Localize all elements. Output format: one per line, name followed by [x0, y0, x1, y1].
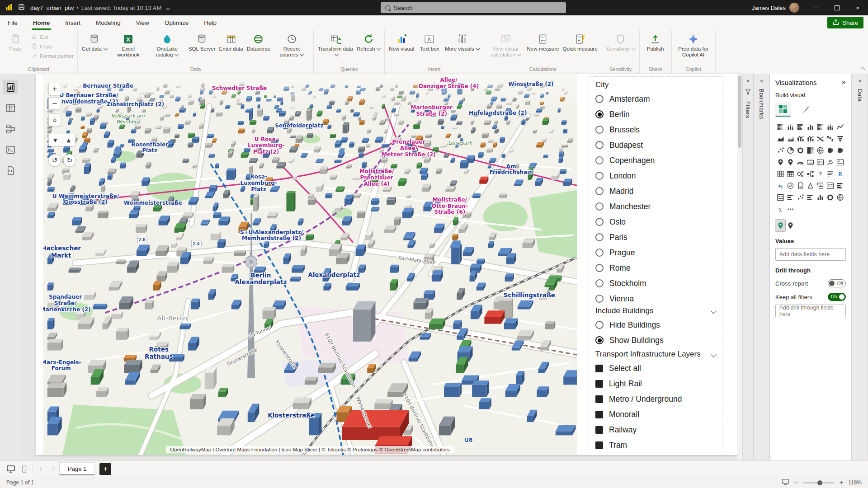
expand-bookmarks-icon[interactable]: «	[760, 77, 764, 84]
data-pane-collapsed[interactable]: « Data	[852, 74, 868, 460]
tab-optimize[interactable]: Optimize	[157, 15, 196, 30]
expand-filters-icon[interactable]: «	[746, 77, 750, 84]
visual-type-shape-map[interactable]	[835, 145, 845, 156]
save-icon[interactable]	[18, 4, 25, 12]
buildings-option-hide-buildings[interactable]: Hide Buildings	[595, 317, 722, 333]
visual-type-histogram[interactable]	[815, 192, 825, 203]
chevron-down-icon[interactable]	[711, 308, 717, 314]
map-rotate-left-button[interactable]: ↺	[48, 154, 61, 167]
new-visual-button[interactable]: New visual	[387, 31, 416, 53]
visual-type-stacked-area[interactable]	[785, 133, 795, 145]
visual-type-sum[interactable]: Σ	[775, 203, 785, 215]
visual-type-smart-narrative[interactable]	[825, 168, 835, 180]
visual-type-qa[interactable]: ?	[815, 168, 825, 180]
enter-data-button[interactable]: Enter data	[217, 31, 245, 53]
minimize-button[interactable]	[806, 0, 826, 15]
ribbon-collapse-chevron-icon[interactable]	[861, 67, 865, 72]
add-page-button[interactable]: +	[99, 463, 111, 475]
visual-type-100-stacked-bar[interactable]	[815, 121, 825, 133]
visual-type-map[interactable]	[815, 145, 825, 156]
visual-type-filled-map[interactable]	[825, 145, 835, 156]
visual-type-donut[interactable]	[795, 145, 805, 156]
transport-option-light-rail[interactable]: Light Rail	[595, 376, 722, 391]
expand-data-icon[interactable]: «	[858, 77, 862, 84]
tab-help[interactable]: Help	[196, 15, 224, 30]
share-button[interactable]: Share	[827, 17, 863, 28]
visual-type-sunburst[interactable]	[825, 192, 835, 203]
visual-type-line[interactable]	[835, 121, 845, 133]
more-visuals-button[interactable]: More visuals	[443, 31, 481, 53]
visual-type-table[interactable]	[775, 168, 785, 180]
zoom-slider[interactable]	[803, 482, 835, 483]
publish-button[interactable]: Publish	[642, 31, 669, 53]
tab-insert[interactable]: Insert	[57, 15, 88, 30]
transport-option-railway[interactable]: Railway	[595, 422, 722, 437]
dataverse-button[interactable]: Dataverse	[245, 31, 272, 53]
city-option-vienna[interactable]: Vienna	[595, 291, 722, 305]
refresh-button[interactable]: Refresh	[355, 31, 382, 53]
transport-option-tram[interactable]: Tram	[595, 437, 722, 452]
visual-type-clustered-bar[interactable]	[795, 121, 805, 133]
tab-modeling[interactable]: Modeling	[88, 15, 128, 30]
visual-type-ribbon-chart[interactable]	[815, 133, 825, 145]
quick-measure-button[interactable]: Quick measure	[561, 31, 599, 53]
city-option-london[interactable]: London	[595, 168, 722, 183]
map-zoom-in-button[interactable]: +	[48, 83, 61, 95]
text-box-button[interactable]: AText box	[416, 31, 443, 53]
visual-type-power-apps[interactable]	[805, 180, 815, 192]
visual-type-pie[interactable]	[785, 145, 795, 156]
visual-type-funnel[interactable]	[835, 133, 845, 145]
search-input[interactable]: Search	[381, 2, 566, 13]
map-reset-button[interactable]: ⌂	[48, 113, 61, 126]
visual-type-multi-row-card[interactable]	[815, 156, 825, 168]
tilt-down-icon[interactable]: ▼	[49, 134, 62, 146]
visual-type-line-and-clustered-column[interactable]	[805, 133, 815, 145]
city-option-oslo[interactable]: Oslo	[595, 214, 722, 230]
visual-type-r-script[interactable]: R	[835, 168, 845, 180]
visual-type-stacked-bar[interactable]	[775, 121, 785, 133]
zoom-out-icon[interactable]: −	[794, 479, 798, 486]
city-option-madrid[interactable]: Madrid	[595, 183, 722, 199]
visual-type-arcgis-map[interactable]	[785, 156, 795, 168]
get-data-button[interactable]: Get data	[80, 31, 109, 53]
dax-query-view-button[interactable]	[3, 142, 18, 157]
zoom-in-icon[interactable]: +	[839, 479, 844, 486]
visual-type-bullet-chart[interactable]	[785, 192, 795, 203]
previous-page-arrow[interactable]	[38, 467, 44, 470]
document-title[interactable]: day7_urban_ptw • Last saved: Today at 10…	[30, 5, 170, 11]
visual-type-timeline[interactable]	[835, 180, 845, 192]
visual-type-chiclet-slicer[interactable]	[825, 180, 835, 192]
add-data-fields-well[interactable]: Add data fields here	[775, 248, 846, 261]
account-menu[interactable]: James Dales	[752, 3, 799, 13]
maximize-button[interactable]	[826, 0, 847, 15]
city-option-copenhagen[interactable]: Copenhagen	[595, 153, 722, 168]
map-zoom-out-button[interactable]: −	[48, 97, 61, 110]
visual-type-gauge[interactable]	[795, 156, 805, 168]
visual-type-clustered-column[interactable]	[805, 121, 815, 133]
city-option-paris[interactable]: Paris	[595, 230, 722, 245]
visual-type-kpi[interactable]: 42	[825, 156, 835, 168]
visual-type-gantt[interactable]	[805, 192, 815, 203]
visual-type-scatter[interactable]	[775, 145, 785, 156]
visual-type-decomposition-tree[interactable]	[805, 168, 815, 180]
visual-type-azure-map[interactable]	[775, 156, 785, 168]
visual-type-line-and-stacked-column[interactable]	[795, 133, 805, 145]
visual-type-slicer[interactable]	[835, 156, 845, 168]
scrollbar-thumb[interactable]	[738, 75, 741, 148]
sql-server-button[interactable]: SQL Server	[187, 31, 217, 53]
fit-to-page-icon[interactable]	[782, 479, 789, 487]
visual-type-waterfall[interactable]	[825, 133, 835, 145]
map-visual[interactable]: U Bernauer Straße/ Invalidenstraße (2)Be…	[43, 74, 577, 455]
transport-option-select-all[interactable]: Select all	[595, 361, 722, 376]
visual-type-key-influencers[interactable]	[795, 168, 805, 180]
visual-type-card[interactable]: 123	[805, 156, 815, 168]
add-drill-through-well[interactable]: Add drill-through fields here	[775, 305, 846, 317]
page-tab[interactable]: Page 1	[59, 462, 95, 475]
buildings-option-show-buildings[interactable]: Show Buildings	[595, 333, 722, 348]
map-rotate-right-button[interactable]: ↻	[63, 154, 76, 167]
city-option-berlin[interactable]: Berlin	[595, 107, 722, 122]
map-tilt-control[interactable]: ▼ ▲	[48, 134, 75, 146]
chevron-down-icon[interactable]	[711, 352, 717, 357]
tab-view[interactable]: View	[128, 15, 157, 30]
transport-option-metro-underground[interactable]: Metro / Underground	[595, 391, 722, 407]
